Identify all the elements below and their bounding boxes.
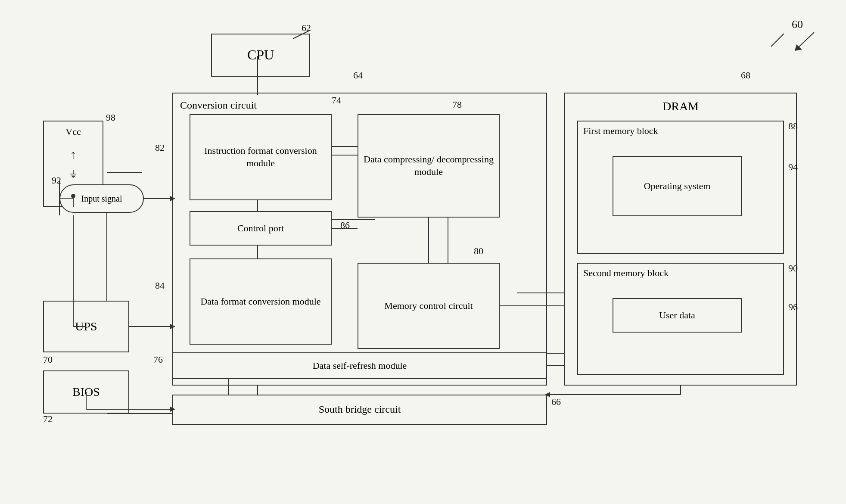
instruction-format-label: Instruction format conversion module: [190, 145, 331, 169]
ref-64: 64: [353, 70, 363, 81]
ref-90: 90: [788, 263, 798, 274]
ups-label: UPS: [75, 319, 97, 334]
user-data-box: User data: [613, 298, 742, 333]
vcc-arrow-up: ↑: [70, 147, 76, 162]
ups-box: UPS: [43, 301, 129, 352]
vcc-label: Vcc: [65, 126, 81, 138]
first-memory-block-box: First memory block Operating system: [577, 121, 784, 254]
memory-control-label: Memory control circuit: [384, 300, 473, 312]
dram-label: DRAM: [662, 99, 699, 114]
ref-94: 94: [788, 162, 798, 173]
ref-92: 92: [52, 175, 61, 186]
svg-marker-41: [795, 44, 802, 51]
bios-label: BIOS: [72, 384, 100, 400]
bios-box: BIOS: [43, 370, 129, 414]
ref-60: 60: [792, 18, 803, 31]
operating-system-box: Operating system: [613, 156, 742, 216]
input-signal-label: Input signal: [81, 193, 122, 204]
control-port-label: Control port: [237, 222, 284, 235]
vcc-ground: ⏚: [70, 167, 76, 180]
cpu-box: CPU: [211, 34, 310, 77]
cpu-label: CPU: [247, 46, 274, 64]
second-memory-block-title: Second memory block: [583, 267, 669, 280]
ref-66: 66: [551, 396, 561, 408]
operating-system-label: Operating system: [644, 180, 711, 193]
ref-96: 96: [788, 302, 798, 313]
input-signal-box: Input signal: [59, 184, 144, 213]
second-memory-block-box: Second memory block User data: [577, 263, 784, 375]
ref-62: 62: [302, 22, 311, 34]
ref-84: 84: [155, 280, 165, 291]
ref-74: 74: [332, 95, 341, 106]
instruction-format-box: Instruction format conversion module: [190, 114, 332, 200]
first-memory-block-title: First memory block: [583, 125, 658, 137]
south-bridge-box: South bridge circuit: [172, 395, 547, 425]
south-bridge-label: South bridge circuit: [319, 403, 401, 416]
user-data-label: User data: [659, 309, 695, 322]
ref-80: 80: [474, 246, 483, 257]
data-self-refresh-box: Data self-refresh module: [172, 352, 547, 379]
ref-70: 70: [43, 354, 53, 365]
conversion-circuit-label: Conversion circuit: [180, 99, 257, 112]
control-port-box: Control port: [190, 211, 332, 246]
svg-line-40: [796, 32, 814, 50]
ref-98: 98: [106, 112, 115, 123]
ref-82: 82: [155, 142, 165, 153]
ref-76: 76: [153, 354, 163, 365]
ref-78: 78: [452, 99, 462, 110]
data-format-box: Data format conversion module: [190, 258, 332, 345]
data-compressing-box: Data compressing/ decompressing module: [358, 114, 500, 218]
data-compressing-label: Data compressing/ decompressing module: [358, 153, 499, 178]
svg-line-2: [771, 34, 784, 47]
ref-72: 72: [43, 414, 53, 425]
ref-68: 68: [741, 70, 750, 81]
memory-control-box: Memory control circuit: [358, 263, 500, 349]
data-self-refresh-label: Data self-refresh module: [313, 360, 407, 372]
ref-86: 86: [340, 220, 350, 231]
ref-88: 88: [788, 121, 798, 132]
diagram: 60 62 CPU 64 Conversion circuit 74 Instr…: [0, 0, 846, 504]
data-format-label: Data format conversion module: [200, 296, 320, 308]
